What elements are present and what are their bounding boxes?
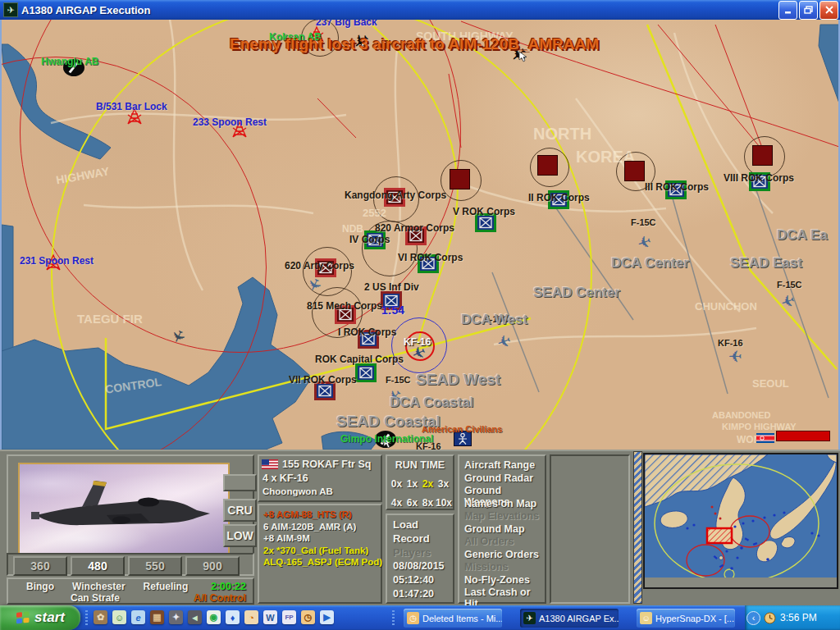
label-iii-rok-corps[interactable]: III ROK Corps bbox=[645, 182, 709, 192]
refueling-button[interactable]: Refueling bbox=[144, 581, 189, 592]
app-icon-1[interactable]: ✿ bbox=[94, 610, 107, 624]
label-i-rok-corps[interactable]: I ROK Corps bbox=[338, 327, 396, 337]
f15c-aircraft-icon[interactable]: ✈ bbox=[637, 234, 651, 250]
menu-generic-orders[interactable]: Generic Orders bbox=[459, 549, 545, 562]
menu-ground-weapons[interactable]: Ground Weapons bbox=[459, 485, 545, 498]
label-timer[interactable]: 1:54 bbox=[381, 304, 404, 316]
aircraft-photo bbox=[18, 463, 230, 561]
menu-ground-radar[interactable]: Ground Radar bbox=[459, 472, 545, 486]
label-vii-rok-corps[interactable]: VII ROK Corps bbox=[289, 375, 357, 385]
menu-ground-map[interactable]: Ground Map bbox=[459, 523, 545, 536]
label-f15c-3[interactable]: F-15C bbox=[777, 281, 802, 290]
label-f15c-2[interactable]: F-15C bbox=[631, 218, 656, 227]
runtime-speed-4x[interactable]: 4x bbox=[389, 497, 404, 509]
label-237-big-back[interactable]: 237 Big Back bbox=[316, 20, 377, 27]
winchester-button[interactable]: Winchester bbox=[72, 581, 126, 592]
f15c-aircraft-icon[interactable]: ✈ bbox=[781, 293, 795, 309]
aircraft-icon[interactable]: ✈ bbox=[171, 328, 185, 345]
players-button: Players bbox=[393, 546, 453, 559]
runtime-speed-1x[interactable]: 1x bbox=[404, 478, 420, 490]
messenger-icon[interactable]: ☺ bbox=[112, 610, 126, 624]
enemy-corps-icon[interactable] bbox=[624, 161, 645, 181]
menu-missions[interactable]: Missions bbox=[459, 561, 545, 574]
menu-names-on-map[interactable]: Names on Map bbox=[459, 498, 545, 511]
home-base[interactable]: Choongwon AB bbox=[262, 486, 381, 496]
label-kf16-east[interactable]: KF-16 bbox=[718, 339, 743, 348]
taskbar-hypersnap[interactable]: ☺HyperSnap-DX - [... bbox=[637, 609, 735, 628]
label-kf16-selected[interactable]: KF-16 bbox=[404, 337, 431, 347]
menu-all-orders[interactable]: All Orders bbox=[459, 536, 545, 549]
runtime-speed-8x[interactable]: 8x bbox=[420, 497, 436, 509]
start-button[interactable]: start bbox=[0, 605, 80, 630]
outlook-icon[interactable]: ◔ bbox=[244, 610, 258, 624]
runtime-speed-2x[interactable]: 2x bbox=[420, 478, 436, 490]
squadron-name[interactable]: 155 ROKAF Ftr Sq bbox=[282, 459, 371, 470]
label-v-rok-corps[interactable]: V ROK Corps bbox=[453, 207, 515, 217]
taskbar-deleted-items[interactable]: ◷Deleted Items - Mi... bbox=[404, 609, 502, 628]
speed-button-550[interactable]: 550 bbox=[128, 556, 182, 576]
label-iv-corps[interactable]: IV Corps bbox=[349, 235, 390, 244]
runtime-speed-0x[interactable]: 0x bbox=[389, 478, 404, 490]
aux-button[interactable] bbox=[223, 474, 257, 491]
runtime-speed-10x[interactable]: 10x bbox=[436, 497, 451, 509]
bingo-button[interactable]: Bingo bbox=[26, 581, 54, 592]
ai-control-button[interactable]: A/I Control bbox=[194, 592, 246, 604]
record-button[interactable]: Record bbox=[393, 532, 453, 546]
tray-chevron-icon[interactable]: ‹ bbox=[746, 611, 760, 625]
speed-button-360[interactable]: 360 bbox=[13, 556, 67, 576]
menu-map-elevations[interactable]: Map Elevations bbox=[459, 510, 545, 523]
frontpage-icon[interactable]: FP bbox=[282, 610, 296, 624]
minimap[interactable] bbox=[643, 453, 838, 589]
speed-button-900[interactable]: 900 bbox=[185, 556, 240, 576]
close-button[interactable] bbox=[819, 1, 838, 20]
label-815-mech-corps[interactable]: 815 Mech Corps bbox=[307, 301, 382, 311]
load-button[interactable]: Load bbox=[393, 518, 453, 532]
label-f15c-4[interactable]: F-15C bbox=[386, 376, 411, 385]
label-233-spoon-rest[interactable]: 233 Spoon Rest bbox=[193, 117, 267, 127]
internet-explorer-icon[interactable]: e bbox=[131, 610, 145, 624]
taskbar-separator bbox=[392, 610, 395, 625]
app-icon-7[interactable]: ◉ bbox=[207, 610, 221, 624]
label-gimpo-international[interactable]: Gimpo International bbox=[340, 434, 433, 444]
label-b531-bar-lock[interactable]: B/531 Bar Lock bbox=[96, 102, 167, 112]
runtime-speed-6x[interactable]: 6x bbox=[404, 497, 420, 509]
label-vi-rok-corps[interactable]: VI ROK Corps bbox=[398, 253, 463, 262]
word-icon[interactable]: W bbox=[263, 610, 277, 624]
menu-no-fly-zones[interactable]: No-Fly-Zones bbox=[459, 574, 545, 587]
cru-button[interactable]: CRU bbox=[223, 499, 257, 522]
restore-button[interactable] bbox=[799, 1, 818, 20]
runtime-speed-3x[interactable]: 3x bbox=[436, 478, 451, 490]
label-231-spoon-rest[interactable]: 231 Spoon Rest bbox=[20, 256, 94, 266]
kf16-aircraft-icon[interactable]: ✈ bbox=[728, 348, 742, 364]
can-strafe-button[interactable]: Can Strafe bbox=[71, 592, 120, 604]
campaign-map[interactable]: SOUTH HIGHWAYNORTHKOREAHIGHWAYTAEGU FIRC… bbox=[0, 20, 840, 450]
label-kangdong-arty-corps[interactable]: Kangdong Arty Corps bbox=[345, 190, 446, 200]
clock-icon[interactable]: ◷ bbox=[301, 610, 315, 624]
label-620-arty-corps[interactable]: 620 Arty Corps bbox=[285, 261, 354, 271]
aircraft-photo-frame bbox=[7, 454, 254, 559]
label-viii-rok-corps[interactable]: VIII ROK Corps bbox=[724, 173, 794, 183]
app-icon-8[interactable]: ♦ bbox=[226, 610, 240, 624]
enemy-corps-icon[interactable] bbox=[450, 169, 470, 189]
label-820-armor-corps[interactable]: 820 Armor Corps bbox=[375, 223, 454, 233]
rok-capital-corps-icon[interactable] bbox=[355, 363, 377, 382]
aircraft-icon[interactable]: ✈ bbox=[308, 276, 322, 293]
low-button[interactable]: LOW bbox=[223, 524, 257, 547]
menu-last-crash-or-hit[interactable]: Last Crash or Hit bbox=[459, 587, 545, 600]
app-icon-4[interactable]: ▦ bbox=[150, 610, 164, 624]
label-rok-capital-corps[interactable]: ROK Capital Corps bbox=[315, 354, 404, 364]
app-icon-5[interactable]: ✦ bbox=[169, 610, 183, 624]
enemy-corps-icon[interactable] bbox=[752, 145, 773, 166]
enemy-corps-icon[interactable] bbox=[537, 155, 558, 176]
speed-button-480[interactable]: 480 bbox=[71, 556, 125, 576]
taskbar-airgap[interactable]: ✈A1380 AIRGAP Ex... bbox=[520, 609, 619, 628]
minimize-button[interactable] bbox=[778, 1, 797, 20]
menu-aircraft-range[interactable]: Aircraft Range bbox=[459, 459, 545, 472]
f15c-aircraft-icon[interactable]: ✈ bbox=[497, 333, 511, 349]
label-2-us-inf-div[interactable]: 2 US Inf Div bbox=[364, 282, 419, 292]
tray-clock-icon[interactable] bbox=[764, 612, 776, 624]
media-player-icon[interactable]: ▶ bbox=[320, 610, 334, 624]
media-back-icon[interactable]: ◄ bbox=[188, 610, 202, 624]
label-ii-rok-corps[interactable]: II ROK Corps bbox=[528, 193, 590, 203]
label-hwangju-ab[interactable]: Hwangju AB bbox=[41, 57, 98, 66]
